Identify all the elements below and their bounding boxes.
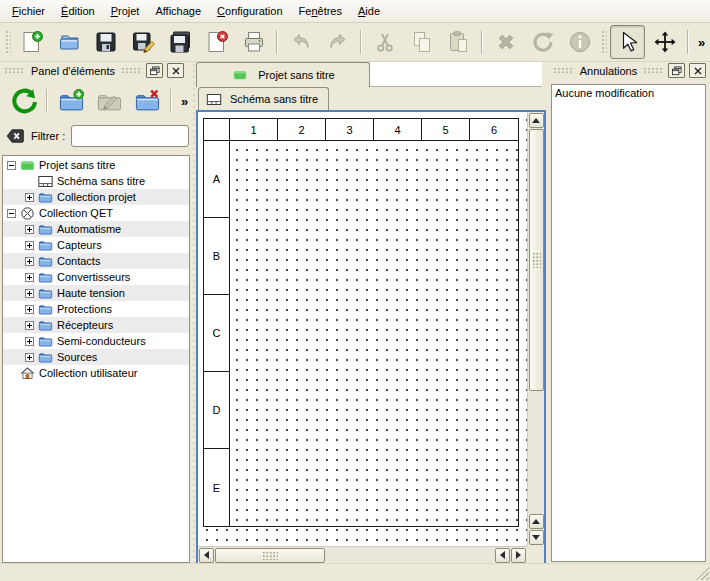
new-document-button[interactable] [14, 25, 49, 59]
menu-fenetres[interactable]: Fenêtres [291, 2, 350, 20]
paste-button[interactable] [441, 25, 476, 59]
tree-item-sources[interactable]: Sources [3, 349, 189, 365]
menu-edition[interactable]: Édition [53, 2, 103, 20]
element-info-button[interactable] [562, 25, 597, 59]
tree-item-collection-qet[interactable]: Collection QET [3, 205, 189, 221]
toolbar-handle[interactable] [600, 29, 607, 55]
scroll-right-button[interactable] [511, 548, 526, 563]
schema-tab-label: Schéma sans titre [230, 93, 318, 105]
column-header-cell: 3 [326, 119, 374, 141]
collapse-icon[interactable] [7, 161, 16, 170]
column-header-cell: 6 [470, 119, 518, 141]
new-category-button[interactable] [53, 82, 89, 120]
expand-icon[interactable] [25, 225, 34, 234]
tree-item-collection-projet[interactable]: Collection projet [3, 189, 189, 205]
scroll-up-button-2[interactable] [529, 514, 544, 529]
expand-icon[interactable] [25, 289, 34, 298]
expand-icon[interactable] [25, 321, 34, 330]
filter-input[interactable] [71, 125, 189, 147]
tree-item-automatisme[interactable]: Automatisme [3, 221, 189, 237]
dock-handle-texture[interactable] [4, 67, 25, 74]
toolbar-overflow-button[interactable]: » [693, 35, 710, 50]
tab-schema-sans-titre[interactable]: Schéma sans titre [198, 87, 329, 110]
dock-handle-texture[interactable] [643, 67, 664, 74]
menu-projet[interactable]: Projet [103, 2, 148, 20]
close-panel-button[interactable] [689, 63, 706, 78]
left-arrow-icon [204, 551, 209, 559]
float-panel-button[interactable] [668, 63, 685, 78]
tree-item-haute-tension[interactable]: Haute tension [3, 285, 189, 301]
schema-icon [38, 174, 53, 189]
clear-filter-button[interactable] [5, 126, 25, 146]
print-button[interactable] [236, 25, 271, 59]
scroll-left-button[interactable] [199, 548, 214, 563]
vertical-scroll-thumb[interactable] [529, 129, 544, 391]
save-as-button[interactable] [125, 25, 160, 59]
save-all-button[interactable] [162, 25, 197, 59]
close-panel-button[interactable] [167, 63, 184, 78]
copy-icon [410, 30, 434, 54]
horizontal-scroll-thumb[interactable] [215, 548, 325, 563]
scroll-down-button[interactable] [529, 530, 544, 545]
tree-item-contacts[interactable]: Contacts [3, 253, 189, 269]
row-headers: ABCDE [204, 141, 230, 526]
menu-label-post: rojet [118, 5, 139, 17]
tree-item-collection-utilisateur[interactable]: Collection utilisateur [3, 365, 189, 381]
undo-list-item[interactable]: Aucune modification [552, 85, 705, 101]
tree-item-protections[interactable]: Protections [3, 301, 189, 317]
up-arrow-icon [532, 118, 540, 123]
tab-projet-sans-titre[interactable]: Projet sans titre [196, 62, 370, 87]
tree-item-convertisseurs[interactable]: Convertisseurs [3, 269, 189, 285]
dock-handle-texture[interactable] [553, 67, 574, 74]
qet-icon [20, 206, 35, 221]
size-grip[interactable] [696, 567, 709, 580]
open-document-button[interactable] [51, 25, 86, 59]
scroll-left-button-2[interactable] [495, 548, 510, 563]
menu-label-post: onfiguration [225, 5, 283, 17]
dock-handle-texture[interactable] [121, 67, 142, 74]
close-icon [692, 66, 704, 76]
menu-configuration[interactable]: Configuration [209, 2, 290, 20]
tree-item-capteurs[interactable]: Capteurs [3, 237, 189, 253]
expand-icon[interactable] [25, 273, 34, 282]
redo-button[interactable] [320, 25, 355, 59]
tree-item-projet-sans-titre[interactable]: Projet sans titre [3, 157, 189, 173]
expand-icon[interactable] [25, 305, 34, 314]
cut-button[interactable] [367, 25, 402, 59]
menu-fichier[interactable]: Fichier [4, 2, 53, 20]
close-file-button[interactable] [199, 25, 234, 59]
expand-icon[interactable] [25, 257, 34, 266]
collapse-icon[interactable] [7, 209, 16, 218]
move-mode-button[interactable] [647, 25, 682, 59]
scroll-up-button[interactable] [529, 113, 544, 128]
select-mode-button[interactable] [610, 25, 645, 59]
schema-canvas[interactable]: 123456 ABCDE [198, 112, 527, 546]
edit-category-button[interactable] [91, 82, 127, 120]
rotate-button[interactable] [525, 25, 560, 59]
tree-item-label: Haute tension [57, 287, 125, 299]
float-panel-button[interactable] [146, 63, 163, 78]
tree-item-recepteurs[interactable]: Récepteurs [3, 317, 189, 333]
tree-item-semi-conducteurs[interactable]: Semi-conducteurs [3, 333, 189, 349]
thumb-grip [532, 252, 541, 268]
undo-button[interactable] [283, 25, 318, 59]
save-button[interactable] [88, 25, 123, 59]
column-header-cell: 5 [422, 119, 470, 141]
expand-icon[interactable] [25, 337, 34, 346]
delete-category-button[interactable] [129, 82, 165, 120]
menu-aide[interactable]: Aide [350, 2, 388, 20]
vertical-scrollbar[interactable] [527, 112, 544, 546]
tree-item-schema-sans-titre[interactable]: Schéma sans titre [3, 173, 189, 189]
expand-icon[interactable] [25, 353, 34, 362]
horizontal-scrollbar[interactable] [198, 546, 527, 563]
delete-button[interactable] [488, 25, 523, 59]
toolbar-handle[interactable] [4, 29, 11, 55]
copy-button[interactable] [404, 25, 439, 59]
expand-icon[interactable] [25, 193, 34, 202]
expand-icon[interactable] [25, 241, 34, 250]
menu-affichage[interactable]: Affichage [147, 2, 209, 20]
schema-view: 123456 ABCDE [196, 110, 546, 565]
schema-icon [205, 92, 223, 107]
reload-collections-button[interactable] [5, 82, 41, 120]
toolbar-overflow-button[interactable]: » [176, 94, 193, 109]
